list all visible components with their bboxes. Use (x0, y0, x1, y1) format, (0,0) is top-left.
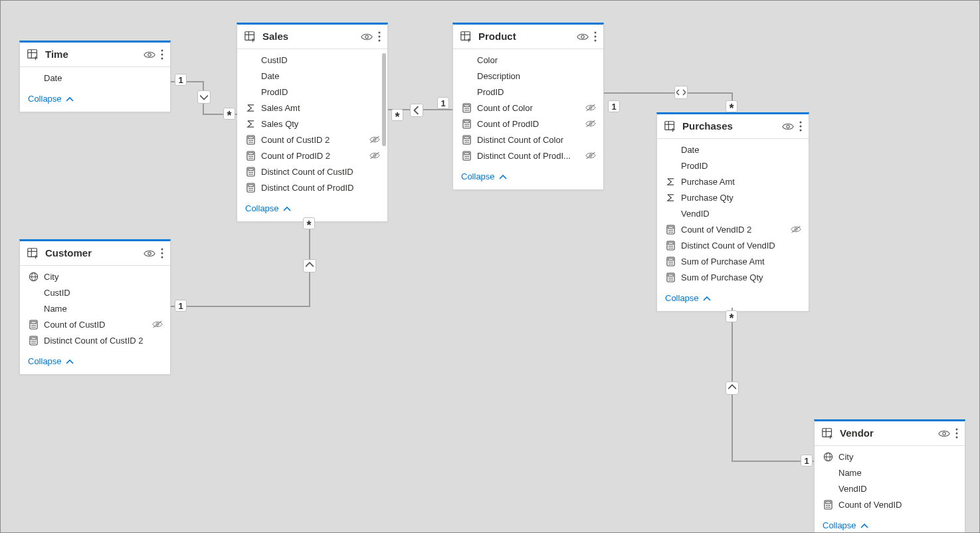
table-header[interactable]: Sales (237, 25, 387, 49)
field-name: CustID (44, 288, 151, 298)
table-title: Product (478, 30, 577, 43)
field-name: Count of Color (477, 103, 585, 113)
field-row[interactable]: Purchase Amt (657, 173, 809, 189)
table-icon (664, 120, 677, 133)
table-header[interactable]: Time (20, 43, 170, 67)
field-row[interactable]: ProdID (453, 84, 603, 100)
field-name: Count of VendID 2 (681, 225, 790, 235)
more-options-icon[interactable] (161, 49, 163, 60)
field-row[interactable]: Distinct Count of VendID (657, 237, 809, 253)
field-name: Count of CustID (44, 320, 151, 330)
field-name: Name (44, 304, 151, 314)
field-name: Count of ProdID (477, 119, 585, 129)
field-row[interactable]: Name (815, 465, 965, 480)
calculator-icon (245, 166, 256, 177)
field-row[interactable]: Count of VendID 2 (657, 221, 809, 237)
collapse-button[interactable]: Collapse (453, 165, 603, 189)
fields-list: Date (20, 67, 170, 87)
table-card-sales[interactable]: SalesCustIDDateProdIDSales AmtSales QtyC… (237, 23, 388, 222)
collapse-button[interactable]: Collapse (20, 350, 170, 374)
field-row[interactable]: Sales Amt (237, 100, 387, 116)
cardinality-many: * (726, 310, 737, 322)
table-card-customer[interactable]: CustomerCityCustIDNameCount of CustIDDis… (19, 239, 171, 375)
field-row[interactable]: Count of ProdID (453, 116, 603, 132)
field-row[interactable]: Date (20, 70, 170, 86)
field-row[interactable]: VendID (657, 205, 809, 221)
field-row[interactable]: Name (20, 300, 170, 316)
collapse-button[interactable]: Collapse (657, 286, 809, 311)
blank-icon (461, 70, 472, 81)
field-row[interactable]: Count of ProdID 2 (237, 148, 387, 163)
field-row[interactable]: VendID (815, 480, 965, 496)
field-row[interactable]: Date (657, 142, 809, 158)
calculator-icon (665, 224, 676, 235)
cardinality-one: 1 (801, 455, 813, 467)
field-row[interactable]: Distinct Count of CustID (237, 163, 387, 179)
field-row[interactable]: CustID (20, 284, 170, 300)
visibility-icon[interactable] (577, 33, 589, 41)
field-name: Distinct Count of VendID (681, 241, 790, 251)
fields-list: CustIDDateProdIDSales AmtSales QtyCount … (237, 49, 387, 197)
visibility-icon[interactable] (144, 51, 155, 59)
more-options-icon[interactable] (594, 31, 597, 42)
visibility-icon[interactable] (144, 249, 155, 258)
cardinality-one: 1 (437, 97, 449, 109)
cardinality-one: 1 (608, 100, 620, 112)
blank-icon (665, 144, 676, 155)
field-row[interactable]: Sum of Purchase Amt (657, 253, 809, 269)
field-row[interactable]: Count of CustID (20, 316, 170, 332)
globe-icon (28, 271, 39, 282)
field-row[interactable]: Purchase Qty (657, 189, 809, 205)
table-title: Vendor (840, 427, 938, 440)
table-header[interactable]: Product (453, 25, 603, 49)
table-card-purchases[interactable]: PurchasesDateProdIDPurchase AmtPurchase … (656, 112, 809, 312)
visibility-icon[interactable] (361, 33, 373, 41)
table-card-vendor[interactable]: VendorCityNameVendIDCount of VendIDColla… (814, 419, 965, 533)
model-canvas[interactable]: 1 * 1 * 1 * 1 * * 1 TimeDateCollapseSale… (0, 0, 980, 533)
table-header[interactable]: Customer (20, 241, 170, 266)
sigma-icon (245, 102, 256, 113)
field-row[interactable]: City (815, 449, 965, 465)
calculator-icon (28, 319, 39, 330)
field-row[interactable]: Sales Qty (237, 116, 387, 132)
blank-icon (461, 86, 472, 97)
table-header[interactable]: Vendor (815, 421, 965, 446)
blank-icon (245, 70, 256, 81)
field-row[interactable]: Date (237, 68, 387, 84)
table-card-time[interactable]: TimeDateCollapse (19, 41, 171, 112)
field-row[interactable]: City (20, 268, 170, 284)
table-card-product[interactable]: ProductColorDescriptionProdIDCount of Co… (452, 23, 604, 190)
collapse-button[interactable]: Collapse (20, 87, 170, 112)
filter-direction-both-icon (674, 86, 688, 99)
table-header[interactable]: Purchases (657, 114, 809, 139)
more-options-icon[interactable] (378, 31, 381, 42)
sigma-icon (665, 176, 676, 187)
field-row[interactable]: Distinct Count of ProdI... (453, 148, 603, 163)
more-options-icon[interactable] (161, 248, 163, 259)
field-row[interactable]: ProdID (237, 84, 387, 100)
field-row[interactable]: Count of VendID (815, 496, 965, 512)
field-row[interactable]: Color (453, 52, 603, 68)
field-name: Count of CustID 2 (261, 135, 369, 145)
field-row[interactable]: ProdID (657, 158, 809, 173)
collapse-button[interactable]: Collapse (815, 514, 965, 533)
rel-line (171, 306, 310, 307)
more-options-icon[interactable] (955, 428, 958, 439)
rel-line (604, 92, 681, 94)
field-row[interactable]: Distinct Count of ProdID (237, 179, 387, 195)
field-row[interactable]: Distinct Count of CustID 2 (20, 332, 170, 348)
field-row[interactable]: Count of Color (453, 100, 603, 116)
visibility-icon[interactable] (938, 429, 950, 438)
field-row[interactable]: Distinct Count of Color (453, 132, 603, 148)
field-row[interactable]: CustID (237, 52, 387, 68)
cardinality-many: * (391, 109, 403, 121)
field-row[interactable]: Description (453, 68, 603, 84)
field-row[interactable]: Count of CustID 2 (237, 132, 387, 148)
more-options-icon[interactable] (799, 121, 802, 132)
field-name: Distinct Count of Color (477, 135, 585, 145)
field-name: Color (477, 55, 585, 65)
field-row[interactable]: Sum of Purchase Qty (657, 269, 809, 285)
visibility-icon[interactable] (782, 122, 794, 131)
blank-icon (28, 287, 39, 298)
scrollbar-thumb[interactable] (382, 53, 386, 146)
